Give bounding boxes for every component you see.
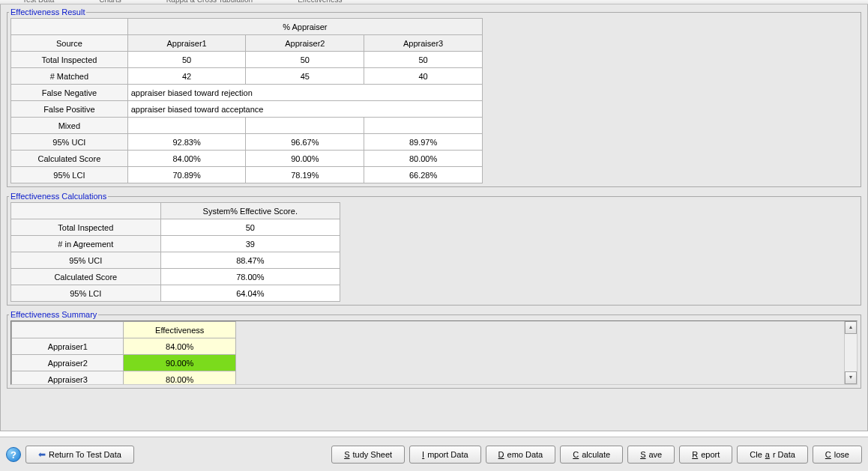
total-inspected-a1: 50 <box>127 52 246 68</box>
calc-score-value: 78.00% <box>160 269 340 285</box>
summary-scroll-pane: Effectiveness Appraiser1 84.00% Appraise… <box>10 320 858 385</box>
calc-lci-label: 95% LCI <box>11 285 161 302</box>
total-inspected-a2: 50 <box>246 52 364 68</box>
calc-uci-label: 95% UCI <box>11 252 161 269</box>
calc-agree-label: # in Agreement <box>11 236 161 252</box>
result-empty-header <box>11 19 128 35</box>
tab-test-data[interactable]: Test Data <box>0 0 76 4</box>
tab-kappa[interactable]: Kappa & Cross Tabulation <box>144 0 275 4</box>
total-inspected-a3: 50 <box>364 52 483 68</box>
total-inspected-label: Total Inspected <box>11 52 128 68</box>
calc-total-value: 50 <box>160 219 340 236</box>
source-header: Source <box>11 35 128 52</box>
import-data-button[interactable]: Import Data <box>409 446 480 464</box>
tab-charts[interactable]: Charts <box>76 0 143 4</box>
calc-lci-value: 64.04% <box>160 285 340 302</box>
matched-a2: 45 <box>246 68 364 85</box>
effectiveness-summary-table: Effectiveness Appraiser1 84.00% Appraise… <box>11 321 236 384</box>
study-sheet-button[interactable]: Study Sheet <box>331 446 405 464</box>
summary-appraiser1-label: Appraiser1 <box>12 338 124 355</box>
scroll-down-icon[interactable]: ▾ <box>845 371 857 384</box>
false-negative-text: appraiser biased toward rejection <box>127 85 482 101</box>
return-to-test-data-button[interactable]: ⬅ Return To Test Data <box>25 446 134 464</box>
system-score-header: System% Effective Score. <box>160 203 340 219</box>
lci-a2: 78.19% <box>246 167 364 183</box>
summary-appraiser3-value: 80.00% <box>124 371 236 385</box>
tab-effectiveness[interactable]: Effectiveness <box>275 0 364 4</box>
lci-a1: 70.89% <box>127 167 246 183</box>
clear-data-button[interactable]: Clear Data <box>737 446 808 464</box>
appraiser1-header: Appraiser1 <box>127 35 246 52</box>
false-positive-label: False Positive <box>11 101 128 118</box>
false-positive-text: appraiser biased toward acceptance <box>127 101 482 118</box>
button-bar: ? ⬅ Return To Test Data Study Sheet Impo… <box>0 437 868 471</box>
score-a1: 84.00% <box>127 151 246 167</box>
mixed-label: Mixed <box>11 118 128 134</box>
save-button[interactable]: Save <box>627 446 675 464</box>
calc-agree-value: 39 <box>160 236 340 252</box>
percent-appraiser-header: % Appraiser <box>127 19 482 35</box>
summary-scrollbar[interactable]: ▴ ▾ <box>844 321 857 384</box>
matched-a1: 42 <box>127 68 246 85</box>
uci-a1: 92.83% <box>127 134 246 151</box>
summary-effectiveness-header: Effectiveness <box>124 322 236 338</box>
calc-score-label: Calculated Score <box>11 269 161 285</box>
calc-empty-header <box>11 203 161 219</box>
effectiveness-result-legend: Effectiveness Result <box>9 7 86 16</box>
mixed-a2 <box>246 118 364 134</box>
effectiveness-summary-group: Effectiveness Summary Effectiveness Appr… <box>7 310 861 389</box>
mixed-a3 <box>364 118 483 134</box>
appraiser2-header: Appraiser2 <box>246 35 364 52</box>
return-label: Return To Test Data <box>49 450 121 459</box>
arrow-left-icon: ⬅ <box>38 449 46 460</box>
summary-appraiser2-label: Appraiser2 <box>12 355 124 371</box>
content-area: Effectiveness Result % Appraiser Source … <box>0 4 868 431</box>
lci-a3: 66.28% <box>364 167 483 183</box>
appraiser3-header: Appraiser3 <box>364 35 483 52</box>
uci-label: 95% UCI <box>11 134 128 151</box>
uci-a2: 96.67% <box>246 134 364 151</box>
uci-a3: 89.97% <box>364 134 483 151</box>
calc-uci-value: 88.47% <box>160 252 340 269</box>
score-a2: 90.00% <box>246 151 364 167</box>
mixed-a1 <box>127 118 246 134</box>
score-label: Calculated Score <box>11 151 128 167</box>
scroll-up-icon[interactable]: ▴ <box>845 321 857 334</box>
close-button[interactable]: Close <box>813 446 862 464</box>
effectiveness-calc-legend: Effectiveness Calculations <box>9 192 108 201</box>
matched-label: # Matched <box>11 68 128 85</box>
summary-appraiser1-value: 84.00% <box>124 338 236 355</box>
calc-total-label: Total Inspected <box>11 219 161 236</box>
false-negative-label: False Negative <box>11 85 128 101</box>
demo-data-button[interactable]: Demo Data <box>486 446 556 464</box>
lci-label: 95% LCI <box>11 167 128 183</box>
matched-a3: 40 <box>364 68 483 85</box>
effectiveness-calc-group: Effectiveness Calculations System% Effec… <box>7 192 861 306</box>
calculate-button[interactable]: Calculate <box>560 446 623 464</box>
effectiveness-summary-legend: Effectiveness Summary <box>9 310 98 319</box>
report-button[interactable]: Report <box>679 446 732 464</box>
summary-empty-header <box>12 322 124 338</box>
help-icon[interactable]: ? <box>6 447 21 462</box>
effectiveness-result-table: % Appraiser Source Appraiser1 Appraiser2… <box>10 18 483 183</box>
score-a3: 80.00% <box>364 151 483 167</box>
effectiveness-result-group: Effectiveness Result % Appraiser Source … <box>7 7 861 187</box>
summary-appraiser3-label: Appraiser3 <box>12 371 124 385</box>
summary-appraiser2-value: 90.00% <box>124 355 236 371</box>
effectiveness-calc-table: System% Effective Score. Total Inspected… <box>10 202 340 302</box>
